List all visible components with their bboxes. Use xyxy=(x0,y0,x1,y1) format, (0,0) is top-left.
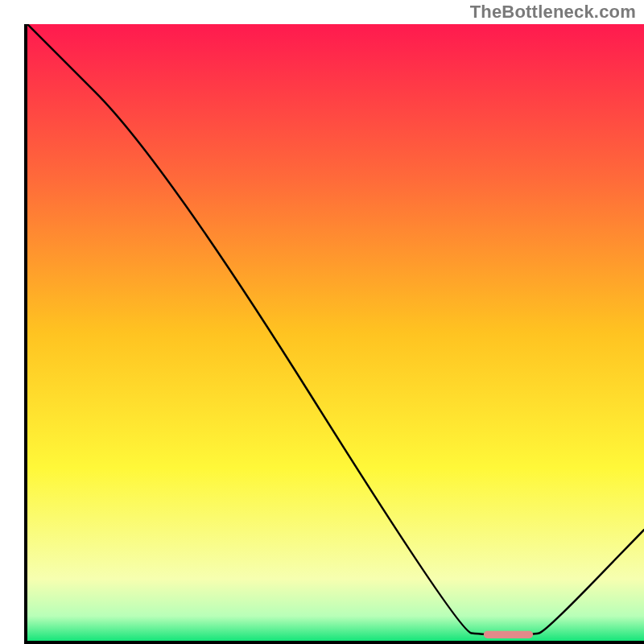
optimal-marker xyxy=(484,631,533,638)
chart-overlay xyxy=(27,24,644,641)
watermark-text: TheBottleneck.com xyxy=(470,2,636,23)
curve-line xyxy=(27,24,644,634)
bottleneck-chart: TheBottleneck.com xyxy=(0,0,644,644)
plot-area xyxy=(24,24,644,644)
